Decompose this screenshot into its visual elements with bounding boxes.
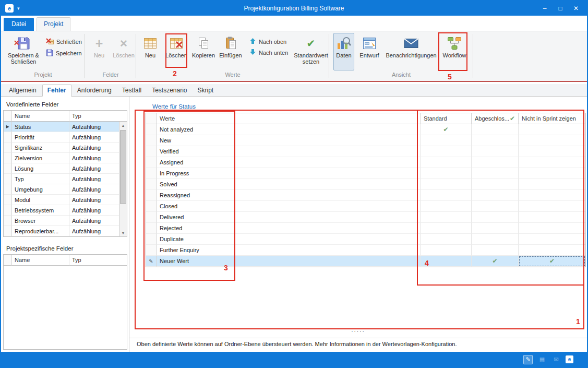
nach-oben-button[interactable]: Nach oben	[247, 37, 292, 46]
value-row-selected[interactable]: ✎Neuer Wert✔✔	[146, 256, 585, 267]
standard-cell[interactable]	[421, 212, 472, 223]
new-row-indicator[interactable]: .....	[129, 326, 587, 338]
field-row[interactable]: ModulAufzählung	[4, 195, 119, 205]
tab-datei[interactable]: Datei	[4, 18, 34, 31]
value-row[interactable]: Duplicate	[146, 234, 585, 245]
value-row[interactable]: In Progress	[146, 168, 585, 179]
tab-fehler[interactable]: Fehler	[42, 85, 71, 97]
value-row[interactable]: New	[146, 135, 585, 146]
standard-cell[interactable]	[421, 146, 472, 157]
status-grid-icon[interactable]: ▦	[537, 355, 547, 364]
col-header-typ[interactable]: Typ	[69, 255, 127, 266]
col-header-typ[interactable]: Typ	[69, 111, 127, 122]
field-row[interactable]: BrowserAufzählung	[4, 216, 119, 226]
abgeschlossen-cell[interactable]	[472, 146, 519, 157]
standard-cell[interactable]: ✔	[421, 124, 472, 135]
field-row[interactable]: TypAufzählung	[4, 174, 119, 184]
sprint-cell[interactable]	[519, 168, 585, 179]
value-cell[interactable]: Closed	[157, 201, 421, 212]
status-edit-icon[interactable]: ✎	[523, 355, 533, 364]
abgeschlossen-cell[interactable]	[472, 157, 519, 168]
sprint-cell[interactable]	[519, 124, 585, 135]
col-header-standard[interactable]: Standard	[421, 113, 472, 124]
value-cell[interactable]: Duplicate	[157, 234, 421, 245]
value-cell[interactable]: Assigned	[157, 157, 421, 168]
standard-cell[interactable]	[421, 245, 472, 256]
field-row[interactable]: SignifikanzAufzählung	[4, 143, 119, 153]
scroll-up-icon[interactable]: ▲	[119, 122, 127, 129]
abgeschlossen-cell[interactable]	[472, 124, 519, 135]
value-cell[interactable]: Verified	[157, 146, 421, 157]
field-row[interactable]: UmgebungAufzählung	[4, 184, 119, 195]
col-header-name[interactable]: Name	[12, 111, 69, 122]
standard-cell[interactable]	[421, 179, 472, 190]
tab-anforderung[interactable]: Anforderung	[73, 85, 116, 96]
abgeschlossen-cell[interactable]	[472, 234, 519, 245]
sprint-cell[interactable]	[519, 245, 585, 256]
abgeschlossen-cell[interactable]	[472, 190, 519, 201]
value-row[interactable]: Further Enquiry	[146, 245, 585, 256]
standard-cell[interactable]	[421, 168, 472, 179]
standard-cell[interactable]	[421, 135, 472, 146]
field-row[interactable]: LösungAufzählung	[4, 163, 119, 174]
einfuegen-button[interactable]: Einfügen	[218, 33, 243, 70]
standard-cell[interactable]	[421, 256, 472, 267]
col-header-werte[interactable]: Werte	[157, 113, 421, 124]
sprint-cell[interactable]	[519, 212, 585, 223]
value-row[interactable]: Verified	[146, 146, 585, 157]
status-logo-icon[interactable]: e	[566, 355, 573, 363]
col-header-abgeschlossen[interactable]: Abgeschlos...✔	[472, 113, 519, 124]
value-cell[interactable]: In Progress	[157, 168, 421, 179]
scrollbar[interactable]: ▲ ▼	[119, 122, 127, 236]
save-and-close-button[interactable]: ✕ Speichern & Schließen	[5, 33, 42, 70]
nach-unten-button[interactable]: Nach unten	[247, 48, 292, 57]
tab-skript[interactable]: Skript	[193, 85, 219, 96]
abgeschlossen-cell[interactable]	[472, 201, 519, 212]
value-row[interactable]: Closed	[146, 201, 585, 212]
tab-allgemein[interactable]: Allgemein	[4, 85, 41, 96]
standard-cell[interactable]	[421, 234, 472, 245]
col-header-sprint[interactable]: Nicht in Sprint zeigen	[519, 113, 585, 124]
field-row[interactable]: ZielversionAufzählung	[4, 153, 119, 163]
abgeschlossen-cell[interactable]	[472, 223, 519, 234]
scroll-track[interactable]	[119, 129, 127, 229]
sprint-cell-focused[interactable]: ✔	[519, 256, 585, 267]
value-cell[interactable]: Rejected	[157, 223, 421, 234]
save-button[interactable]: Speichern	[44, 49, 84, 58]
tab-projekt[interactable]: Projekt	[37, 17, 70, 31]
field-row[interactable]: ▶StatusAufzählung	[4, 122, 119, 132]
werte-loeschen-button[interactable]: Löschen	[165, 33, 187, 70]
daten-button[interactable]: Daten	[333, 33, 354, 70]
close-button[interactable]: ✕	[569, 5, 583, 12]
value-row[interactable]: Solved	[146, 179, 585, 190]
field-row[interactable]: PrioritätAufzählung	[4, 132, 119, 143]
field-row[interactable]: Reproduzierbar...Aufzählung	[4, 226, 119, 236]
status-mail-icon[interactable]: ✉	[551, 355, 561, 364]
value-cell[interactable]: Further Enquiry	[157, 245, 421, 256]
tab-testszenario[interactable]: Testszenario	[147, 85, 191, 96]
abgeschlossen-cell[interactable]	[472, 179, 519, 190]
value-cell[interactable]: Reassigned	[157, 190, 421, 201]
sprint-cell[interactable]	[519, 234, 585, 245]
tab-testfall[interactable]: Testfall	[117, 85, 146, 96]
sprint-cell[interactable]	[519, 201, 585, 212]
maximize-button[interactable]: □	[554, 5, 567, 12]
abgeschlossen-cell[interactable]	[472, 168, 519, 179]
benachrichtigungen-button[interactable]: Benachrichtigungen	[385, 33, 438, 70]
abgeschlossen-cell[interactable]: ✔	[472, 256, 519, 267]
sprint-cell[interactable]	[519, 223, 585, 234]
entwurf-button[interactable]: Entwurf	[357, 33, 381, 70]
standard-cell[interactable]	[421, 157, 472, 168]
col-header-name[interactable]: Name	[12, 255, 69, 266]
sprint-cell[interactable]	[519, 179, 585, 190]
sprint-cell[interactable]	[519, 135, 585, 146]
abgeschlossen-cell[interactable]	[472, 212, 519, 223]
abgeschlossen-cell[interactable]	[472, 135, 519, 146]
close-button-ribbon[interactable]: Schließen	[44, 37, 84, 46]
scroll-down-icon[interactable]: ▼	[119, 229, 127, 236]
standard-cell[interactable]	[421, 190, 472, 201]
chevron-down-icon[interactable]: ▾	[17, 6, 20, 11]
value-cell[interactable]: New	[157, 135, 421, 146]
value-row[interactable]: Assigned	[146, 157, 585, 168]
scroll-thumb[interactable]	[120, 130, 126, 204]
